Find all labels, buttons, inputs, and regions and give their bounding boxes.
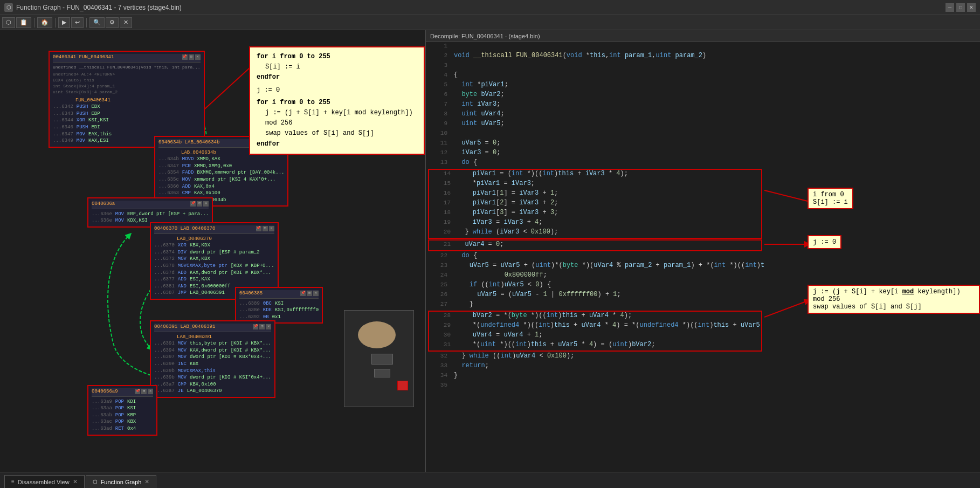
minimize-button[interactable]: ─ xyxy=(946,3,954,12)
toolbar-copy-btn[interactable]: 📋 xyxy=(16,17,31,28)
node-ecx: ECX4 (auto) this xyxy=(53,77,201,83)
code-line-24: 24 0x800000ff; xyxy=(426,271,764,281)
toolbar-close-btn[interactable]: ✕ xyxy=(120,17,132,28)
node-6391-close[interactable]: ✕ xyxy=(266,324,271,329)
node-6391-expand[interactable]: ⊞ xyxy=(259,324,265,329)
node-bottom-expand[interactable]: ⊞ xyxy=(141,389,147,394)
node-6385-expand[interactable]: ⊞ xyxy=(307,291,312,296)
maximize-button[interactable]: □ xyxy=(956,3,965,12)
pseudo-code-box: for i from 0 to 255 S[i] := i endfor j :… xyxy=(249,46,425,155)
asm-node-entry-header: 00406341 FUN_00406341 📌 ⊞ ✕ xyxy=(53,54,201,63)
code-line-17: 17 piVar1[2] = iVar3 + 2; xyxy=(429,199,761,209)
node-6370-expand[interactable]: ⊞ xyxy=(263,226,268,231)
node-636a-expand[interactable]: ⊞ xyxy=(197,201,202,207)
code-line-18: 18 piVar1[3] = iVar3 + 3; xyxy=(429,209,761,218)
toolbar-hex-btn[interactable]: ⬡ xyxy=(2,17,15,28)
asm-node-bottom[interactable]: 0040656a9 📌 ⊞ ✕ ...63a9POPKDI ...63aaPOP… xyxy=(87,385,157,436)
highlight-block-1: 14 piVar1 = (int *)((int)this + iVar3 * … xyxy=(428,169,762,239)
window-controls: ─ □ ✕ xyxy=(946,3,976,12)
toolbar-separator-2 xyxy=(55,18,56,28)
node-636a-pin[interactable]: 📌 xyxy=(190,201,196,207)
code-line-9: 9 uint uVar5; xyxy=(426,120,764,129)
asm-node-6370-header: 00406370 LAB_00406370 📌 ⊞ ✕ xyxy=(154,225,274,234)
code-line-8: 8 uint uVar4; xyxy=(426,110,764,120)
code-line-1: 1 xyxy=(426,42,764,52)
node-close-icon[interactable]: ✕ xyxy=(195,54,201,60)
code-line-32: 32 } while ((int)uVar4 < 0x100); xyxy=(426,352,764,362)
pseudo-line-5: for i from 0 to 255 xyxy=(257,98,417,108)
code-line-28: 28 bVar2 = *(byte *)((int)this + uVar4 *… xyxy=(429,312,761,321)
annot-2-line1: j := 0 xyxy=(813,238,836,246)
code-line-33: 33 return; xyxy=(426,362,764,372)
function-graph-panel[interactable]: for i from 0 to 255 S[i] := i endfor j :… xyxy=(0,30,426,472)
asm-node-6391-header: 00406391 LAB_00406391 📌 ⊞ ✕ xyxy=(154,324,271,332)
node-param1: int Stack[0x4]:4 param_1 xyxy=(53,83,201,89)
toolbar-settings-btn[interactable]: ⚙ xyxy=(106,17,119,28)
annotation-arrows xyxy=(764,42,980,472)
decompile-panel: Decompile: FUN_00406341 - (stage4.bin) 1… xyxy=(426,30,980,472)
pseudo-line-1: for i from 0 to 255 xyxy=(257,52,417,62)
title-bar: ⬡ Function Graph - FUN_00406341 - 7 vert… xyxy=(0,0,980,15)
annotations-panel: i from 0 S[i] := i j := 0 j := (j + S[i]… xyxy=(764,42,980,472)
code-line-12: 12 iVar3 = 0; xyxy=(426,149,764,159)
annot-3-line1: j := (j + S[i] + key[i mod keylength]) m… xyxy=(813,288,975,303)
node-pin-icon[interactable]: 📌 xyxy=(182,54,188,60)
decompile-title-bar: Decompile: FUN_00406341 - (stage4.bin) xyxy=(426,30,980,42)
asm-node-6385-header: 00406385 📌 ⊞ ✕ xyxy=(239,290,319,299)
tab-disassembly[interactable]: ≡ Disassembled View ✕ xyxy=(4,475,85,488)
toolbar-undo-btn[interactable]: ↩ xyxy=(71,17,84,28)
node-6370-close[interactable]: ✕ xyxy=(269,226,274,231)
decompile-wrapper: 1 2 void __thiscall FUN_00406341(void *t… xyxy=(426,42,980,472)
code-line-7: 7 int iVar3; xyxy=(426,100,764,110)
annot-1-line1: i from 0 xyxy=(813,191,848,198)
toolbar-play-btn[interactable]: ▶ xyxy=(58,17,70,28)
asm-node-6385[interactable]: 00406385 📌 ⊞ ✕ ...63890BCKSI ...638eKDEK… xyxy=(235,287,323,324)
disassembly-tab-icon: ≡ xyxy=(11,479,15,485)
node-return: undefined4 AL:4 <RETURN> xyxy=(53,71,201,77)
asm-node-entry[interactable]: 00406341 FUN_00406341 📌 ⊞ ✕ undefined __… xyxy=(49,51,205,148)
code-scroll-area[interactable]: 1 2 void __thiscall FUN_00406341(void *t… xyxy=(426,42,764,472)
node-636a-close[interactable]: ✕ xyxy=(203,201,209,207)
code-line-31: 31 *(uint *)((int)this + uVar5 * 4) = (u… xyxy=(429,341,761,350)
tab-bar: ≡ Disassembled View ✕ ⬡ Function Graph ✕ xyxy=(0,472,980,488)
close-button[interactable]: ✕ xyxy=(967,3,976,12)
code-line-21: 21 uVar4 = 0; xyxy=(429,240,761,250)
node-6370-pin[interactable]: 📌 xyxy=(256,226,261,231)
annot-1-line2: S[i] := i xyxy=(813,198,848,206)
window-title: Function Graph - FUN_00406341 - 7 vertic… xyxy=(16,4,182,11)
node-bottom-close[interactable]: ✕ xyxy=(148,389,153,394)
connection-4 xyxy=(140,289,151,348)
svg-line-2 xyxy=(764,301,808,317)
minimap-rect-2 xyxy=(374,369,390,377)
minimap-rect-red xyxy=(397,381,408,390)
tab-function-graph[interactable]: ⬡ Function Graph ✕ xyxy=(86,475,157,488)
node-6391-pin[interactable]: 📌 xyxy=(253,324,258,329)
code-line-35: 35 xyxy=(426,381,764,391)
highlight-block-2: 21 uVar4 = 0; xyxy=(428,239,762,251)
annotation-box-3: j := (j + S[i] + key[i mod keylength]) m… xyxy=(808,285,980,314)
code-line-29: 29 *(undefined4 *)((int)this + uVar4 * 4… xyxy=(429,321,761,331)
code-line-26: 26 uVar5 = (uVar5 - 1 | 0xffffff00) + 1; xyxy=(426,291,764,300)
code-line-14: 14 piVar1 = (int *)((int)this + iVar3 * … xyxy=(429,170,761,180)
tab-function-graph-close[interactable]: ✕ xyxy=(144,478,149,485)
node-func-sig: undefined __thiscall FUN_00406341(void *… xyxy=(53,64,201,70)
code-line-11: 11 uVar5 = 0; xyxy=(426,139,764,149)
node-6385-close[interactable]: ✕ xyxy=(313,291,319,296)
graph-canvas[interactable]: for i from 0 to 255 S[i] := i endfor j :… xyxy=(0,30,425,472)
code-line-5: 5 int *piVar1; xyxy=(426,81,764,91)
node-bottom-pin[interactable]: 📌 xyxy=(135,389,140,394)
toolbar-home-btn[interactable]: 🏠 xyxy=(37,17,52,28)
node-6385-pin[interactable]: 📌 xyxy=(300,291,306,296)
app-icon: ⬡ xyxy=(4,3,13,12)
node-expand-icon[interactable]: ⊞ xyxy=(189,54,194,60)
toolbar-search-btn[interactable]: 🔍 xyxy=(89,17,105,28)
tab-disassembly-close[interactable]: ✕ xyxy=(73,478,78,485)
code-line-3: 3 xyxy=(426,61,764,71)
asm-node-6391[interactable]: 00406391 LAB_00406391 📌 ⊞ ✕ LAB_00406391… xyxy=(150,320,275,398)
code-line-23: 23 uVar5 = uVar5 + (uint)*(byte *)(uVar4… xyxy=(426,262,764,271)
loop-back-arrow xyxy=(108,235,151,375)
code-line-2: 2 void __thiscall FUN_00406341(void *thi… xyxy=(426,52,764,61)
minimap-rect-1 xyxy=(371,354,393,365)
tab-disassembly-label: Disassembled View xyxy=(18,479,70,485)
pseudo-line-4: j := 0 xyxy=(257,85,417,95)
